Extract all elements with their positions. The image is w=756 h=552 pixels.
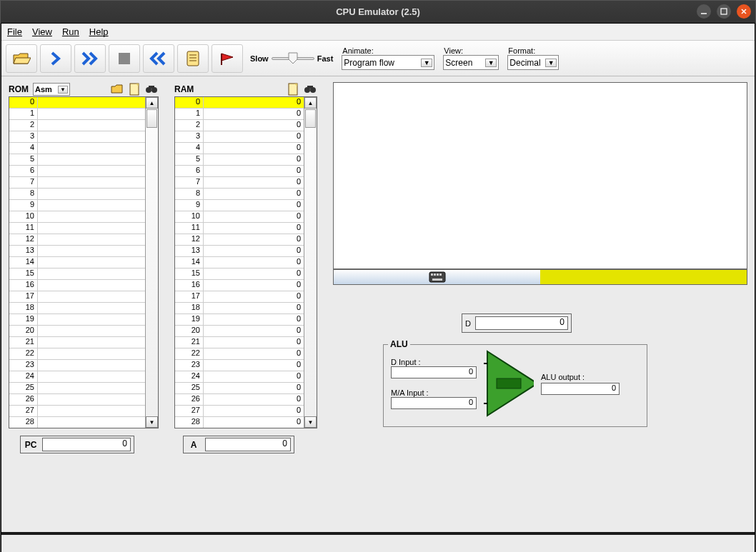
ram-value[interactable]: 0 <box>204 303 304 313</box>
rom-value[interactable] <box>38 360 145 371</box>
rom-value[interactable] <box>38 280 145 291</box>
ram-row[interactable]: 10 <box>175 109 304 120</box>
step-forward-button[interactable] <box>40 44 71 73</box>
rom-row[interactable]: 18 <box>9 303 145 314</box>
rewind-button[interactable] <box>143 44 174 73</box>
ram-row[interactable]: 70 <box>175 177 304 189</box>
rom-row[interactable]: 1 <box>9 109 145 120</box>
rom-row[interactable]: 3 <box>9 131 145 143</box>
rom-value[interactable] <box>38 246 145 256</box>
rom-row[interactable]: 25 <box>9 383 145 394</box>
rom-value[interactable] <box>38 143 145 154</box>
ram-row[interactable]: 140 <box>175 257 304 269</box>
ram-row[interactable]: 80 <box>175 189 304 200</box>
rom-row[interactable]: 7 <box>9 177 145 189</box>
rom-value[interactable] <box>38 200 145 211</box>
stop-button[interactable] <box>109 44 140 73</box>
open-button[interactable] <box>6 44 37 73</box>
rom-row[interactable]: 14 <box>9 257 145 269</box>
alu-ma-input[interactable]: 0 <box>391 397 477 409</box>
ram-value[interactable]: 0 <box>204 291 304 302</box>
ram-row[interactable]: 220 <box>175 348 304 360</box>
ram-value[interactable]: 0 <box>204 120 304 131</box>
scroll-down-icon[interactable]: ▼ <box>146 416 158 428</box>
rom-value[interactable] <box>38 406 145 416</box>
rom-value[interactable] <box>38 257 145 268</box>
ram-row[interactable]: 180 <box>175 303 304 314</box>
rom-row[interactable]: 17 <box>9 291 145 303</box>
rom-value[interactable] <box>38 371 145 382</box>
scroll-thumb[interactable] <box>305 109 316 128</box>
rom-value[interactable] <box>38 211 145 222</box>
ram-row[interactable]: 230 <box>175 360 304 371</box>
ram-value[interactable]: 0 <box>204 246 304 256</box>
animate-select[interactable]: Program flow ▼ <box>342 55 434 70</box>
rom-row[interactable]: 15 <box>9 269 145 280</box>
ram-row[interactable]: 110 <box>175 223 304 234</box>
ram-value[interactable]: 0 <box>204 394 304 405</box>
rom-value[interactable] <box>38 337 145 348</box>
rom-value[interactable] <box>38 97 145 108</box>
view-select[interactable]: Screen ▼ <box>443 55 499 70</box>
run-button[interactable] <box>74 44 106 73</box>
rom-value[interactable] <box>38 234 145 245</box>
ram-row[interactable]: 90 <box>175 200 304 211</box>
ram-value[interactable]: 0 <box>204 234 304 245</box>
pc-value[interactable]: 0 <box>42 438 131 451</box>
format-select[interactable]: Decimal ▼ <box>507 55 559 70</box>
rom-mode-select[interactable]: Asm ▼ <box>33 83 70 96</box>
ram-row[interactable]: 50 <box>175 154 304 166</box>
ram-value[interactable]: 0 <box>204 97 304 108</box>
rom-row[interactable]: 16 <box>9 280 145 291</box>
ram-value[interactable]: 0 <box>204 109 304 119</box>
rom-value[interactable] <box>38 269 145 279</box>
rom-value[interactable] <box>38 120 145 131</box>
menu-view[interactable]: View <box>32 26 52 37</box>
rom-value[interactable] <box>38 223 145 234</box>
ram-value[interactable]: 0 <box>204 211 304 222</box>
menu-help[interactable]: Help <box>89 26 109 37</box>
ram-row[interactable]: 130 <box>175 246 304 257</box>
rom-row[interactable]: 0 <box>9 97 145 109</box>
rom-row[interactable]: 6 <box>9 166 145 177</box>
rom-value[interactable] <box>38 394 145 405</box>
ram-row[interactable]: 200 <box>175 326 304 337</box>
breakpoints-button[interactable] <box>212 44 243 73</box>
rom-scrollbar[interactable]: ▲ ▼ <box>145 97 158 428</box>
ram-value[interactable]: 0 <box>204 131 304 142</box>
rom-row[interactable]: 28 <box>9 417 145 428</box>
rom-value[interactable] <box>38 189 145 199</box>
slider-thumb-icon[interactable] <box>287 51 299 64</box>
ram-row[interactable]: 280 <box>175 417 304 428</box>
rom-row[interactable]: 9 <box>9 200 145 211</box>
ram-row[interactable]: 170 <box>175 291 304 303</box>
scroll-up-icon[interactable]: ▲ <box>304 97 317 109</box>
ram-value[interactable]: 0 <box>204 337 304 348</box>
ram-row[interactable]: 160 <box>175 280 304 291</box>
ram-row[interactable]: 190 <box>175 314 304 326</box>
script-button[interactable] <box>177 44 209 73</box>
rom-value[interactable] <box>38 109 145 119</box>
ram-row[interactable]: 60 <box>175 166 304 177</box>
rom-value[interactable] <box>38 326 145 336</box>
ram-value[interactable]: 0 <box>204 383 304 393</box>
rom-value[interactable] <box>38 314 145 325</box>
rom-row[interactable]: 13 <box>9 246 145 257</box>
rom-row[interactable]: 23 <box>9 360 145 371</box>
ram-row[interactable]: 40 <box>175 143 304 154</box>
scroll-down-icon[interactable]: ▼ <box>304 416 317 428</box>
alu-d-input[interactable]: 0 <box>391 366 477 378</box>
rom-row[interactable]: 22 <box>9 348 145 360</box>
ram-value[interactable]: 0 <box>204 406 304 416</box>
ram-save-button[interactable] <box>286 82 300 96</box>
ram-row[interactable]: 00 <box>175 97 304 109</box>
ram-value[interactable]: 0 <box>204 360 304 371</box>
ram-row[interactable]: 20 <box>175 120 304 131</box>
rom-value[interactable] <box>38 291 145 302</box>
rom-value[interactable] <box>38 166 145 176</box>
ram-row[interactable]: 270 <box>175 406 304 417</box>
rom-row[interactable]: 10 <box>9 211 145 223</box>
ram-value[interactable]: 0 <box>204 154 304 165</box>
rom-row[interactable]: 5 <box>9 154 145 166</box>
ram-value[interactable]: 0 <box>204 223 304 234</box>
